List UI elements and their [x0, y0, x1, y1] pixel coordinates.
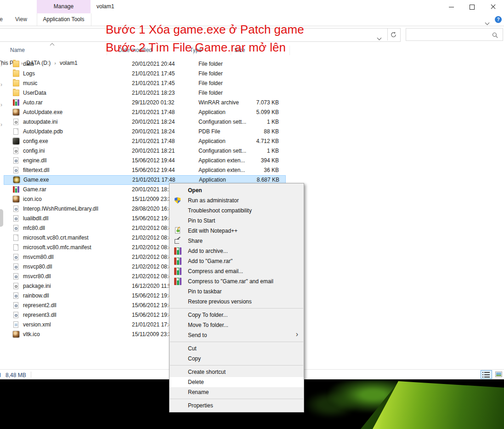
dll-icon: [13, 302, 18, 309]
document-icon: [13, 128, 18, 135]
menu-item-copy[interactable]: Copy ›: [170, 354, 304, 364]
tab-view[interactable]: View: [15, 16, 27, 23]
file-row-config-ini[interactable]: config.ini 20/01/2021 18:21 Configuratio…: [4, 146, 286, 156]
gear-config-icon: [13, 283, 18, 289]
maximize-button[interactable]: [462, 0, 482, 13]
tree-expand-icon[interactable]: ›: [0, 121, 2, 128]
uac-shield-icon: [175, 197, 181, 204]
address-divider: [387, 29, 388, 40]
document-icon: [13, 244, 18, 251]
menu-item-compress-to-game-rar-and-email[interactable]: Compress to "Game.rar" and email ›: [170, 276, 304, 286]
annotation-step2: Bước 2 Tìm File Game.rar mở lên: [106, 40, 286, 55]
app-image-icon: [13, 331, 19, 337]
file-row-engine-dll[interactable]: engine.dll 15/06/2012 19:44 Application …: [4, 156, 286, 166]
menu-item-move-to-folder[interactable]: Move To folder... ›: [170, 320, 304, 330]
file-row-data[interactable]: data 20/01/2021 20:44 File folder: [4, 59, 286, 69]
winrar-icon: [174, 257, 181, 265]
menu-item-pin-to-taskbar[interactable]: Pin to taskbar ›: [170, 286, 304, 297]
app-image-icon: [13, 196, 19, 202]
search-box[interactable]: [406, 28, 503, 41]
gear-config-icon: [13, 119, 18, 125]
app-dark-icon: [13, 138, 19, 144]
menu-item-compress-and-email[interactable]: Compress and email... ›: [170, 266, 304, 276]
dll-icon: [13, 263, 18, 270]
dll-icon: [13, 206, 18, 212]
menu-item-add-to-archive[interactable]: Add to archive... ›: [170, 246, 304, 256]
collapse-ribbon-icon[interactable]: [486, 18, 489, 22]
refresh-icon[interactable]: [390, 31, 397, 38]
dll-icon: [13, 254, 18, 260]
menu-item-edit-with-notepad[interactable]: Edit with Notepad++ ›: [170, 226, 304, 236]
dll-icon: [13, 292, 18, 299]
tree-expand-icon[interactable]: ›: [0, 62, 2, 68]
dll-icon: [13, 312, 18, 318]
menu-separator: [170, 308, 303, 309]
submenu-arrow-icon: ›: [296, 330, 298, 338]
folder-icon: [13, 90, 19, 96]
manage-contextual-tab-label: Manage: [37, 3, 91, 10]
menu-item-add-to-game-rar[interactable]: Add to "Game.rar" ›: [170, 256, 304, 266]
menu-item-copy-to-folder[interactable]: Copy To folder... ›: [170, 310, 304, 320]
help-icon[interactable]: ?: [495, 16, 502, 23]
winrar-icon: [13, 186, 19, 193]
minimize-button[interactable]: [441, 0, 461, 13]
menu-separator: [170, 365, 303, 366]
winrar-icon: [13, 99, 19, 106]
address-dropdown-icon[interactable]: [378, 33, 381, 41]
status-divider: [31, 372, 31, 378]
menu-item-restore-previous-versions[interactable]: Restore previous versions ›: [170, 297, 304, 307]
folder-icon: [13, 61, 19, 67]
dll-icon: [13, 225, 18, 231]
search-icon: [492, 32, 498, 40]
menu-item-delete[interactable]: Delete ›: [170, 377, 304, 387]
screenshot-root: Manage volam1 Share View Application Too…: [0, 0, 504, 429]
tree-expand-icon[interactable]: ›: [0, 81, 2, 88]
file-row-userdata[interactable]: UserData 21/01/2021 18:23 File folder: [4, 88, 286, 98]
menu-item-run-as-administrator[interactable]: Run as administrator ›: [170, 195, 304, 206]
close-button[interactable]: [483, 0, 503, 13]
menu-item-create-shortcut[interactable]: Create shortcut ›: [170, 367, 304, 377]
menu-item-cut[interactable]: Cut ›: [170, 343, 304, 354]
folder-icon: [13, 80, 19, 86]
file-row-autoupdate-pdb[interactable]: AutoUpdate.pdb 20/01/2021 18:24 PDB File…: [4, 127, 286, 137]
winrar-icon: [174, 278, 181, 285]
context-menu: Open › Run as administrator › Troublesho…: [169, 183, 304, 412]
sort-ascending-icon: [50, 43, 55, 48]
app-image-icon: [13, 109, 19, 115]
tab-share[interactable]: Share: [0, 16, 3, 23]
menu-item-send-to[interactable]: Send to ›: [170, 330, 304, 340]
column-header-name[interactable]: Name: [10, 47, 25, 53]
menu-item-open[interactable]: Open ›: [170, 185, 304, 195]
menu-item-troubleshoot-compatibility[interactable]: Troubleshoot compatibility ›: [170, 206, 304, 216]
menu-separator: [170, 399, 303, 399]
status-size-text: 8,48 MB: [6, 372, 26, 378]
dll-icon: [13, 157, 18, 164]
tab-application-tools-label: Application Tools: [37, 16, 91, 23]
file-row-autoupdate-ini[interactable]: autoupdate.ini 20/01/2021 18:24 Configur…: [4, 117, 286, 127]
menu-item-share[interactable]: Share ›: [170, 236, 304, 246]
menu-item-rename[interactable]: Rename ›: [170, 387, 304, 397]
tree-expand-icon[interactable]: ›: [0, 102, 2, 108]
file-row-logs[interactable]: Logs 21/01/2021 17:45 File folder: [4, 69, 286, 79]
menu-item-properties[interactable]: Properties ›: [170, 400, 304, 411]
file-row-filtertext-dll[interactable]: filtertext.dll 15/06/2012 19:44 Applicat…: [4, 166, 286, 175]
dll-icon: [13, 215, 18, 222]
window-title: volam1: [96, 3, 114, 10]
file-row-auto-rar[interactable]: Auto.rar 29/11/2020 01:32 WinRAR archive…: [4, 98, 286, 108]
menu-item-pin-to-start[interactable]: Pin to Start ›: [170, 216, 304, 226]
details-view-button[interactable]: [481, 370, 492, 379]
file-row-autoupdate-exe[interactable]: AutoUpdate.exe 21/01/2021 17:48 Applicat…: [4, 108, 286, 117]
winrar-icon: [174, 268, 181, 275]
file-row-music[interactable]: music 21/01/2021 17:45 File folder: [4, 79, 286, 88]
notepadpp-icon: [175, 227, 180, 234]
game-emblem-icon: [13, 177, 20, 183]
menu-separator: [170, 342, 303, 342]
nav-scrollbar-thumb[interactable]: [0, 209, 3, 227]
share-icon: [174, 237, 181, 244]
search-input[interactable]: [409, 30, 489, 40]
document-icon: [13, 235, 18, 241]
thumbnails-view-button[interactable]: [494, 370, 504, 379]
annotation-step1: Bước 1 Xóa game.exe ở Patch game: [106, 23, 304, 37]
file-row-config-exe[interactable]: config.exe 21/01/2021 17:48 Application …: [4, 137, 286, 146]
column-separator[interactable]: [289, 46, 290, 55]
